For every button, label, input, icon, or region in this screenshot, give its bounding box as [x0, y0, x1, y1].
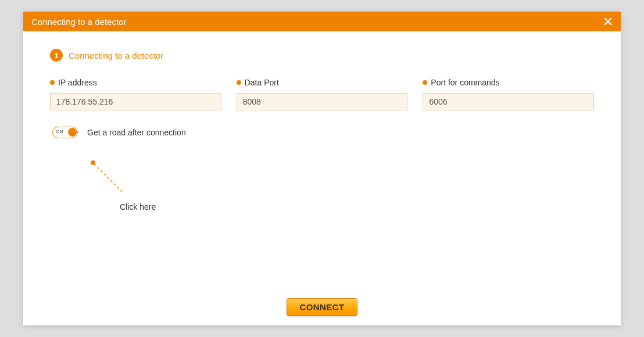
field-ip: IP address — [50, 78, 221, 110]
ip-address-input[interactable] — [50, 93, 221, 110]
dialog-header: Connecting to a detector — [23, 12, 621, 31]
field-cmd-port-label: Port for commands — [423, 78, 594, 87]
dialog-title: Connecting to a detector — [29, 17, 126, 27]
dialog-body: 1 Connecting to a detector IP address Da… — [23, 31, 621, 325]
fields-row: IP address Data Port Port for commands — [50, 78, 594, 110]
field-data-port: Data Port — [237, 78, 408, 110]
step-number-badge: 1 — [50, 49, 63, 62]
bullet-icon — [237, 80, 241, 85]
field-cmd-port: Port for commands — [423, 78, 594, 110]
bullet-icon — [423, 80, 427, 85]
step-title: Connecting to a detector — [69, 51, 163, 60]
svg-point-2 — [91, 160, 95, 165]
step-header: 1 Connecting to a detector — [50, 49, 594, 62]
toggle-state-label: ON — [56, 129, 63, 134]
toggle-description: Get a road after connection — [87, 128, 186, 137]
get-road-toggle[interactable]: ON — [52, 127, 78, 138]
field-ip-label: IP address — [50, 78, 221, 87]
connect-detector-dialog: Connecting to a detector 1 Connecting to… — [23, 12, 621, 325]
data-port-input[interactable] — [237, 93, 408, 110]
data-port-label-text: Data Port — [245, 78, 279, 87]
command-port-input[interactable] — [423, 93, 594, 110]
dialog-footer: CONNECT — [23, 298, 621, 316]
ip-label-text: IP address — [58, 78, 97, 87]
field-data-port-label: Data Port — [237, 78, 408, 87]
svg-line-3 — [94, 164, 122, 192]
close-button[interactable] — [601, 15, 615, 28]
bullet-icon — [50, 80, 55, 85]
toggle-row: ON Get a road after connection — [52, 127, 594, 138]
cmd-port-label-text: Port for commands — [431, 78, 499, 87]
callout-text: Click here — [120, 202, 156, 211]
connect-button[interactable]: CONNECT — [287, 298, 358, 316]
toggle-knob — [68, 128, 77, 137]
close-icon — [603, 17, 613, 26]
callout-arrow-icon — [90, 159, 130, 200]
